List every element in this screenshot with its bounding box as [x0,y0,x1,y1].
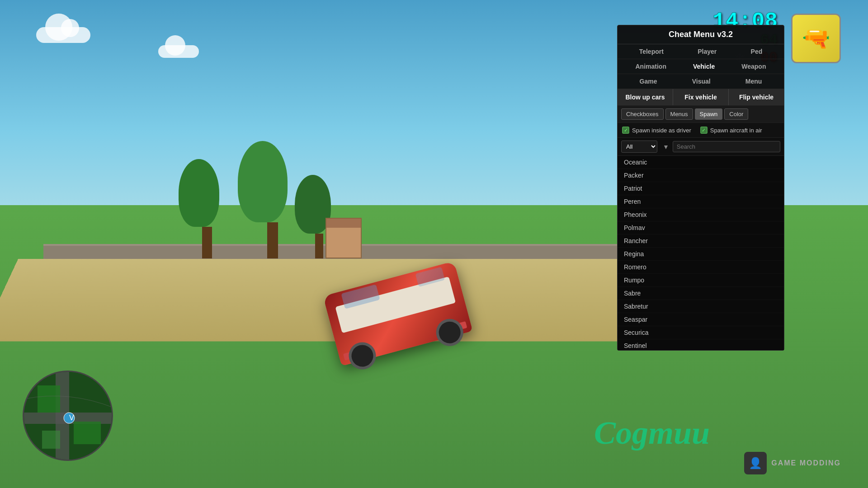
cloud [158,45,199,58]
tab-color[interactable]: Color [724,108,748,120]
svg-rect-5 [42,431,60,449]
vehicle-action-buttons: Blow up cars Fix vehicle Flip vehicle [618,89,784,106]
vehicle-item-regina[interactable]: Regina [618,248,784,261]
sub-tabs: Checkboxes Menus Spawn Color [618,106,784,123]
vehicle-list: Oceanic Packer Patriot Peren Pheonix Pol… [618,156,784,350]
cheat-panel: Cheat Menu v3.2 Teleport Player Ped Anim… [617,25,784,351]
vehicle-item-sentinel[interactable]: Sentinel [618,339,784,350]
svg-rect-3 [38,385,60,413]
vehicle-item-romero[interactable]: Romero [618,261,784,274]
tab-checkboxes[interactable]: Checkboxes [621,108,664,120]
nav-row-1: Teleport Player Ped [618,44,784,59]
tab-menus[interactable]: Menus [665,108,693,120]
vehicle-item-polmav[interactable]: Polmav [618,221,784,235]
weapon-emoji: 🔫 [802,25,830,52]
weapon-icon: 🔫 [791,14,841,63]
nav-vehicle[interactable]: Vehicle [689,62,718,71]
blow-up-cars-button[interactable]: Blow up cars [618,89,673,105]
nav-animation[interactable]: Animation [632,62,670,71]
filter-dropdown[interactable]: All Cars Bikes Boats Aircraft [621,141,657,153]
nav-ped[interactable]: Ped [747,47,766,56]
vehicle-item-pheonix[interactable]: Pheonix [618,208,784,221]
search-input[interactable] [673,141,780,152]
nav-visual[interactable]: Visual [689,77,714,86]
nav-row-2: Animation Vehicle Weapon [618,59,784,74]
minimap: V N [23,371,113,461]
checkbox-spawn-aircraft[interactable]: ✓ Spawn aircraft in air [700,127,762,134]
panel-title: Cheat Menu v3.2 [618,25,784,44]
vehicle-item-oceanic[interactable]: Oceanic [618,156,784,169]
checkbox-spawn-aircraft-box[interactable]: ✓ [700,127,708,134]
nav-game[interactable]: Game [636,77,661,86]
nav-row-3: Game Visual Menu [618,74,784,89]
tree [194,159,219,258]
checkbox-spawn-inside-box[interactable]: ✓ [622,127,629,134]
game-modding-label: GAME MODDING [771,459,841,467]
nav-player[interactable]: Player [694,47,720,56]
svg-text:V: V [69,414,74,422]
checkbox-spawn-inside-label: Spawn inside as driver [632,127,691,134]
checkbox-spawn-aircraft-label: Spawn aircraft in air [710,127,762,134]
nav-teleport[interactable]: Teleport [636,47,667,56]
filter-row: All Cars Bikes Boats Aircraft ▼ [618,138,784,156]
vehicle-item-peren[interactable]: Peren [618,195,784,208]
nav-weapon[interactable]: Weapon [738,62,769,71]
vehicle-item-securica[interactable]: Securica [618,326,784,339]
dropdown-arrow: ▼ [663,143,669,150]
vehicle-item-sabretur[interactable]: Sabretur [618,300,784,313]
vehicle-item-packer[interactable]: Packer [618,169,784,182]
game-modding-badge: 👤 GAME MODDING [744,452,841,474]
flip-vehicle-button[interactable]: Flip vehicle [729,89,784,105]
game-modding-icon: 👤 [744,452,767,474]
nav-menu[interactable]: Menu [742,77,766,86]
tree [258,141,288,258]
vehicle-item-sabre[interactable]: Sabre [618,287,784,300]
building [326,218,362,258]
checkbox-spawn-inside[interactable]: ✓ Spawn inside as driver [622,127,691,134]
cloud [36,27,90,43]
vehicle-item-rancher[interactable]: Rancher [618,235,784,248]
watermark: Cogmuu [594,414,710,452]
fix-vehicle-button[interactable]: Fix vehicle [673,89,729,105]
vehicle-item-seaspar[interactable]: Seaspar [618,313,784,326]
flipped-car [330,277,475,390]
checkboxes-row: ✓ Spawn inside as driver ✓ Spawn aircraf… [618,123,784,138]
tab-spawn[interactable]: Spawn [695,108,723,120]
vehicle-item-rumpo[interactable]: Rumpo [618,274,784,287]
svg-rect-4 [74,422,101,444]
vehicle-item-patriot[interactable]: Patriot [618,182,784,195]
minimap-roads: V N [24,372,113,461]
